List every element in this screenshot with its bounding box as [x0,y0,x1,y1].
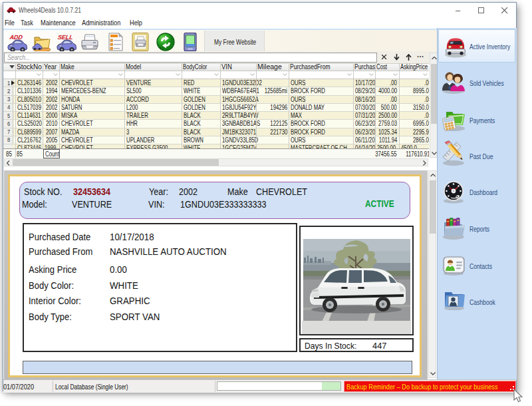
svg-text:ADD: ADD [9,34,23,41]
svg-text:SELL: SELL [57,34,73,41]
